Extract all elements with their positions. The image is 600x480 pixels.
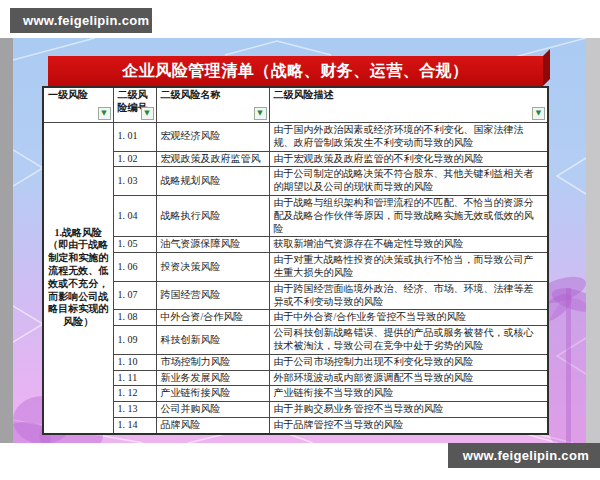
- column-header-label: 二级风险名称: [161, 89, 221, 100]
- header-row: 一级风险 ▼ 二级风险编号 ▼ 二级风险名称 ▼ 二级风险描述 ▼: [43, 87, 548, 123]
- risk-desc-cell: 由于中外合资/合作业务管控不当导致的风险: [269, 310, 548, 326]
- risk-table: 一级风险 ▼ 二级风险编号 ▼ 二级风险名称 ▼ 二级风险描述 ▼: [42, 86, 549, 435]
- risk-name-cell: 宏观政策及政府监管风: [156, 151, 269, 167]
- table-row: 1. 05 油气资源保障风险 获取新增油气资源存在不确定性导致的风险: [43, 237, 548, 253]
- risk-id-cell: 1. 07: [113, 281, 156, 310]
- risk-table-container: 企业风险管理清单（战略、财务、运营、合规） 一级风险 ▼ 二级风险编号 ▼: [42, 56, 547, 435]
- risk-name-cell: 战略执行风险: [156, 195, 269, 236]
- table-row: 1. 11 新业务发展风险 外部环境波动或内部资源调配不当导致的风险: [43, 370, 548, 386]
- risk-name-cell: 投资决策风险: [156, 253, 269, 282]
- risk-id-cell: 1. 02: [113, 151, 156, 167]
- column-header-label: 一级风险: [48, 89, 88, 100]
- risk-id-cell: 1. 12: [113, 386, 156, 402]
- risk-id-cell: 1. 13: [113, 402, 156, 418]
- watermark-text: www.feigelipin.com: [23, 13, 149, 28]
- risk-desc-cell: 由于宏观政策及政府监管的不利变化导致的风险: [269, 151, 548, 167]
- table-row: 1. 03 战略规划风险 由于公司制定的战略决策不符合股东、其他关键利益相关者的…: [43, 167, 548, 196]
- column-header-risk-id: 二级风险编号 ▼: [113, 87, 156, 123]
- risk-desc-cell: 由于公司制定的战略决策不符合股东、其他关键利益相关者的期望以及公司的现状而导致的…: [269, 167, 548, 196]
- risk-name-cell: 公司并购风险: [156, 402, 269, 418]
- filter-dropdown-icon[interactable]: ▼: [141, 107, 154, 120]
- photo-edge-right: [586, 38, 600, 443]
- column-header-risk-name: 二级风险名称 ▼: [156, 87, 269, 123]
- watermark-bottom-right: www.feigelipin.com: [448, 443, 600, 468]
- filter-dropdown-icon[interactable]: ▼: [98, 107, 111, 120]
- risk-name-cell: 战略规划风险: [156, 167, 269, 196]
- filter-dropdown-icon[interactable]: ▼: [532, 107, 545, 120]
- table-row: 1. 13 公司并购风险 由于并购交易业务管控不当导致的风险: [43, 402, 548, 418]
- risk-name-cell: 油气资源保障风险: [156, 237, 269, 253]
- risk-desc-cell: 获取新增油气资源存在不确定性导致的风险: [269, 237, 548, 253]
- risk-id-cell: 1. 01: [113, 123, 156, 152]
- slide-background: 企业风险管理清单（战略、财务、运营、合规） 一级风险 ▼ 二级风险编号 ▼: [13, 38, 586, 443]
- watermark-top-left: www.feigelipin.com: [10, 8, 152, 33]
- risk-desc-cell: 由于公司市场控制力出现不利变化导致的风险: [269, 354, 548, 370]
- risk-id-cell: 1. 09: [113, 326, 156, 355]
- risk-name-cell: 新业务发展风险: [156, 370, 269, 386]
- risk-desc-cell: 外部环境波动或内部资源调配不当导致的风险: [269, 370, 548, 386]
- table-row: 1. 14 品牌风险 由于品牌管控不当导致的风险: [43, 417, 548, 433]
- filter-dropdown-icon[interactable]: ▼: [254, 107, 267, 120]
- risk-desc-cell: 由于战略与组织架构和管理流程的不匹配、不恰当的资源分配及战略合作伙伴等原因，而导…: [269, 195, 548, 236]
- risk-desc-cell: 公司科技创新战略错误、提供的产品或服务被替代，或核心技术被淘汰，导致公司在竞争中…: [269, 326, 548, 355]
- risk-name-cell: 品牌风险: [156, 417, 269, 433]
- risk-id-cell: 1. 03: [113, 167, 156, 196]
- table-row: 1. 07 跨国经营风险 由于跨国经营面临境外政治、经济、市场、环境、法律等差异…: [43, 281, 548, 310]
- risk-desc-cell: 由于国内外政治因素或经济环境的不利变化、国家法律法规、政府管制政策发生不利变动而…: [269, 123, 548, 152]
- risk-name-cell: 产业链衔接风险: [156, 386, 269, 402]
- column-header-risk-desc: 二级风险描述 ▼: [269, 87, 548, 123]
- risk-desc-cell: 由于对重大战略性投资的决策或执行不恰当，而导致公司产生重大损失的风险: [269, 253, 548, 282]
- table-row: 1. 09 科技创新风险 公司科技创新战略错误、提供的产品或服务被替代，或核心技…: [43, 326, 548, 355]
- risk-id-cell: 1. 04: [113, 195, 156, 236]
- risk-id-cell: 1. 05: [113, 237, 156, 253]
- table-title-bar: 企业风险管理清单（战略、财务、运营、合规）: [48, 56, 543, 86]
- column-header-label: 二级风险描述: [274, 89, 334, 100]
- table-row: 1. 12 产业链衔接风险 产业链衔接不当导致的风险: [43, 386, 548, 402]
- risk-desc-cell: 产业链衔接不当导致的风险: [269, 386, 548, 402]
- risk-id-cell: 1. 06: [113, 253, 156, 282]
- risk-name-cell: 宏观经济风险: [156, 123, 269, 152]
- table-row: 1. 06 投资决策风险 由于对重大战略性投资的决策或执行不恰当，而导致公司产生…: [43, 253, 548, 282]
- table-row: 1. 08 中外合资/合作风险 由于中外合资/合作业务管控不当导致的风险: [43, 310, 548, 326]
- risk-id-cell: 1. 14: [113, 417, 156, 433]
- risk-name-cell: 市场控制力风险: [156, 354, 269, 370]
- risk-desc-cell: 由于品牌管控不当导致的风险: [269, 417, 548, 433]
- watermark-text: www.feigelipin.com: [463, 448, 589, 463]
- page-title: 企业风险管理清单（战略、财务、运营、合规）: [122, 61, 469, 82]
- table-row: 1. 02 宏观政策及政府监管风 由于宏观政策及政府监管的不利变化导致的风险: [43, 151, 548, 167]
- table-row: 1. 04 战略执行风险 由于战略与组织架构和管理流程的不匹配、不恰当的资源分配…: [43, 195, 548, 236]
- risk-desc-cell: 由于跨国经营面临境外政治、经济、市场、环境、法律等差异或不利变动导致的风险: [269, 281, 548, 310]
- table-row: 1.战略风险（即由于战略制定和实施的流程无效、低效或不充分，而影响公司战略目标实…: [43, 123, 548, 152]
- level1-risk-cell: 1.战略风险（即由于战略制定和实施的流程无效、低效或不充分，而影响公司战略目标实…: [43, 123, 113, 434]
- risk-name-cell: 科技创新风险: [156, 326, 269, 355]
- column-header-level1-risk: 一级风险 ▼: [43, 87, 113, 123]
- table-row: 1. 10 市场控制力风险 由于公司市场控制力出现不利变化导致的风险: [43, 354, 548, 370]
- risk-id-cell: 1. 08: [113, 310, 156, 326]
- risk-name-cell: 中外合资/合作风险: [156, 310, 269, 326]
- risk-name-cell: 跨国经营风险: [156, 281, 269, 310]
- risk-desc-cell: 由于并购交易业务管控不当导致的风险: [269, 402, 548, 418]
- risk-id-cell: 1. 10: [113, 354, 156, 370]
- risk-id-cell: 1. 11: [113, 370, 156, 386]
- photo-edge-left: [0, 38, 13, 443]
